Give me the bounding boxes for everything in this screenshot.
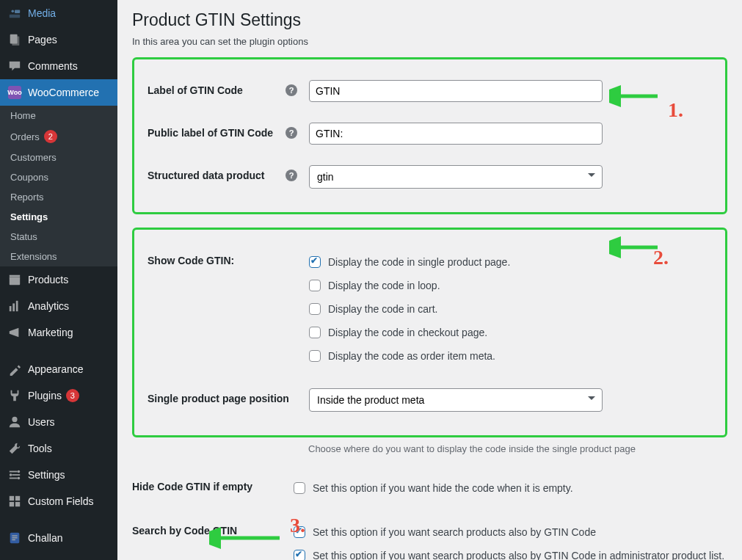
- woocommerce-icon: Woo: [7, 85, 22, 100]
- label-search: Search by Code GTIN: [132, 520, 294, 537]
- challan-icon: [7, 531, 22, 545]
- page-title: Product GTIN Settings: [132, 10, 727, 30]
- sidebar-item-products[interactable]: Products: [0, 266, 117, 293]
- media-icon: [7, 6, 22, 21]
- products-icon: [7, 272, 22, 287]
- svg-rect-19: [10, 502, 14, 506]
- sidebar-item-challan[interactable]: Challan: [0, 525, 117, 551]
- sidebar-item-media[interactable]: Media: [0, 0, 117, 26]
- svg-rect-15: [10, 478, 18, 479]
- sidebar-label: WooCommerce: [28, 87, 99, 98]
- tools-icon: [7, 441, 22, 456]
- checkbox-checkout[interactable]: [309, 327, 321, 338]
- label-show-code: Show Code GTIN:: [148, 250, 309, 266]
- box-display: Show Code GTIN: Display the code in sing…: [132, 228, 727, 437]
- position-hint: Choose where do you want to display the …: [308, 443, 636, 454]
- svg-rect-23: [12, 537, 17, 538]
- sidebar-item-pages[interactable]: Pages: [0, 26, 117, 53]
- submenu-status[interactable]: Status: [0, 227, 117, 247]
- svg-point-12: [18, 470, 21, 473]
- checkbox-loop[interactable]: [309, 280, 321, 291]
- label-gtin-code: Label of GTIN Code?: [148, 80, 309, 96]
- settings-icon: [7, 468, 22, 482]
- sidebar-item-analytics[interactable]: Analytics: [0, 293, 117, 319]
- sidebar-label: Tools: [28, 443, 52, 454]
- sidebar-label: Pages: [28, 34, 57, 46]
- sidebar-label: Products: [28, 274, 68, 286]
- svg-rect-13: [12, 474, 20, 476]
- submenu-customers[interactable]: Customers: [0, 148, 117, 167]
- custom-fields-icon: [7, 494, 22, 509]
- label-structured-data: Structured data product?: [148, 165, 309, 181]
- svg-rect-8: [12, 303, 15, 311]
- sidebar-item-settings[interactable]: Settings: [0, 462, 117, 488]
- sidebar-label: Challan: [28, 532, 62, 544]
- svg-point-10: [12, 417, 17, 422]
- checkbox-search-admin[interactable]: [294, 550, 305, 560]
- admin-sidebar: Media Pages Comments Woo WooCommerce Hom…: [0, 0, 117, 560]
- svg-rect-11: [10, 471, 18, 473]
- submenu-home[interactable]: Home: [0, 106, 117, 126]
- checkbox-order-meta[interactable]: [309, 350, 321, 362]
- svg-rect-20: [15, 502, 20, 506]
- svg-rect-2: [10, 15, 20, 18]
- checkbox-search-gtin[interactable]: [294, 526, 305, 538]
- svg-rect-4: [12, 37, 19, 46]
- sidebar-item-custom-fields[interactable]: Custom Fields: [0, 488, 117, 514]
- svg-point-14: [10, 473, 12, 476]
- checkbox-single-product[interactable]: [309, 256, 321, 268]
- main-content: Product GTIN Settings In this area you c…: [117, 0, 742, 560]
- analytics-icon: [7, 299, 22, 313]
- sidebar-label: Media: [28, 7, 56, 19]
- show-code-options: Display the code in single product page.…: [309, 250, 712, 368]
- svg-rect-24: [12, 539, 15, 540]
- sidebar-item-appearance[interactable]: Appearance: [0, 356, 117, 382]
- sidebar-item-marketing[interactable]: Marketing: [0, 319, 117, 346]
- appearance-icon: [7, 362, 22, 377]
- sidebar-label: Comments: [28, 60, 78, 72]
- svg-rect-17: [10, 496, 14, 501]
- submenu-settings[interactable]: Settings: [0, 207, 117, 227]
- svg-rect-9: [16, 301, 18, 311]
- plugins-badge: 3: [66, 389, 79, 402]
- select-structured-data[interactable]: gtin: [309, 165, 603, 189]
- sidebar-label: Users: [28, 416, 55, 428]
- orders-badge: 2: [44, 130, 57, 143]
- help-icon[interactable]: ?: [285, 127, 297, 139]
- pages-icon: [7, 32, 22, 47]
- svg-rect-5: [10, 277, 20, 285]
- sidebar-item-woocommerce[interactable]: Woo WooCommerce: [0, 79, 117, 106]
- comments-icon: [7, 59, 22, 73]
- submenu-orders[interactable]: Orders2: [0, 126, 117, 148]
- select-position[interactable]: Inside the product meta: [309, 388, 603, 412]
- sidebar-label: Marketing: [28, 327, 73, 338]
- svg-point-16: [18, 477, 21, 480]
- svg-rect-6: [10, 275, 20, 277]
- input-gtin-label[interactable]: [309, 80, 603, 102]
- checkbox-cart[interactable]: [309, 303, 321, 315]
- submenu-reports[interactable]: Reports: [0, 187, 117, 207]
- plugins-icon: [7, 388, 22, 403]
- label-position: Single product page position: [148, 388, 309, 404]
- checkbox-hide-empty[interactable]: [294, 482, 305, 494]
- svg-rect-1: [15, 10, 20, 14]
- sidebar-label: Plugins: [28, 390, 62, 401]
- svg-rect-7: [10, 306, 12, 311]
- page-description: In this area you can set the plugin opti…: [132, 36, 727, 47]
- sidebar-label: Appearance: [28, 363, 84, 375]
- submenu-coupons[interactable]: Coupons: [0, 167, 117, 187]
- submenu-extensions[interactable]: Extensions: [0, 247, 117, 266]
- label-hide-empty: Hide Code GTIN if empty: [132, 476, 294, 492]
- label-public-gtin: Public label of GTIN Code?: [148, 123, 309, 139]
- sidebar-item-tools[interactable]: Tools: [0, 435, 117, 462]
- svg-rect-22: [12, 535, 17, 536]
- sidebar-label: Settings: [28, 469, 65, 481]
- help-icon[interactable]: ?: [285, 84, 297, 96]
- sidebar-item-comments[interactable]: Comments: [0, 53, 117, 79]
- help-icon[interactable]: ?: [285, 170, 297, 181]
- sidebar-item-plugins[interactable]: Plugins 3: [0, 382, 117, 409]
- sidebar-item-users[interactable]: Users: [0, 409, 117, 435]
- marketing-icon: [7, 325, 22, 340]
- input-public-label[interactable]: [309, 123, 603, 145]
- svg-point-0: [12, 10, 15, 13]
